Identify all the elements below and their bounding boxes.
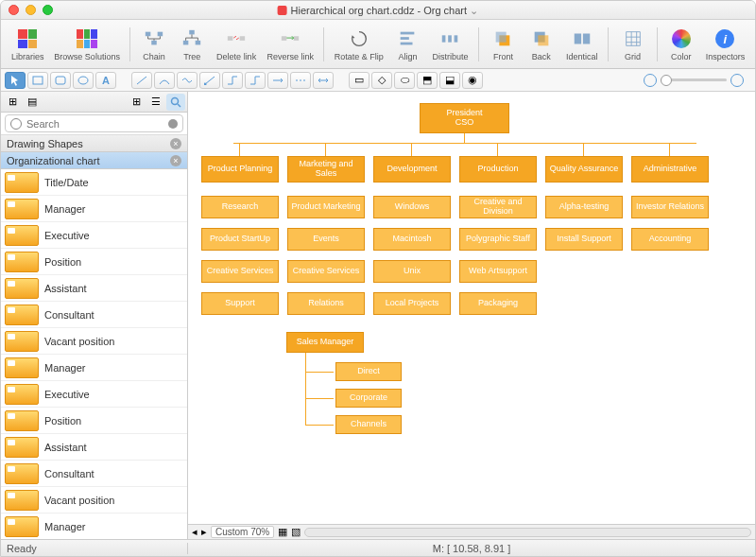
connector2-tool[interactable] bbox=[222, 72, 243, 89]
sidebar-tab-2[interactable]: ▤ bbox=[23, 94, 42, 111]
org-box[interactable]: Administrative bbox=[631, 156, 709, 183]
org-box[interactable]: Accounting bbox=[631, 228, 709, 251]
org-box[interactable]: Channels bbox=[335, 415, 402, 434]
org-box[interactable]: Unix bbox=[373, 260, 451, 283]
shape1-tool[interactable]: ▭ bbox=[349, 72, 369, 89]
shape-item[interactable]: Manager bbox=[1, 513, 187, 539]
grid-button[interactable]: Grid bbox=[614, 25, 650, 63]
scroll-mode-2[interactable]: ▧ bbox=[291, 526, 301, 538]
org-box[interactable]: PresidentCSO bbox=[420, 103, 509, 133]
shape-item[interactable]: Executive bbox=[1, 222, 187, 249]
spline-tool[interactable] bbox=[177, 72, 198, 89]
identical-button[interactable]: Identical bbox=[561, 25, 603, 63]
line-tool[interactable] bbox=[131, 72, 152, 89]
connector6-tool[interactable] bbox=[313, 72, 334, 89]
zoom-in-icon[interactable] bbox=[730, 74, 744, 87]
zoom-out-icon[interactable] bbox=[644, 74, 657, 87]
maximize-window-button[interactable] bbox=[43, 5, 53, 15]
org-box[interactable]: Production bbox=[459, 156, 537, 183]
rounded-rect-tool[interactable] bbox=[50, 72, 71, 89]
tree-button[interactable]: Tree bbox=[174, 25, 210, 63]
shape-item[interactable]: Position bbox=[1, 249, 187, 275]
org-box[interactable]: Corporate bbox=[335, 389, 402, 408]
shape-item[interactable]: Consultant bbox=[1, 302, 187, 328]
browse-solutions-button[interactable]: Browse Solutions bbox=[50, 25, 123, 63]
org-box[interactable]: Direct bbox=[335, 362, 402, 381]
shape-item[interactable]: Title/Date bbox=[1, 169, 187, 196]
shape-item[interactable]: Vacant position bbox=[1, 487, 187, 513]
libraries-button[interactable]: Libraries bbox=[7, 25, 48, 63]
connector1-tool[interactable] bbox=[199, 72, 220, 89]
shape-item[interactable]: Position bbox=[1, 408, 187, 434]
sidebar-search-tab[interactable] bbox=[166, 94, 185, 111]
scroll-mode-1[interactable]: ▦ bbox=[278, 526, 287, 538]
sidebar-view-list[interactable]: ☰ bbox=[146, 94, 165, 111]
shape5-tool[interactable]: ⬓ bbox=[439, 72, 460, 89]
arc-tool[interactable] bbox=[154, 72, 175, 89]
org-box[interactable]: Investor Relations bbox=[631, 196, 709, 218]
shape-item[interactable]: Vacant position bbox=[1, 328, 187, 355]
align-button[interactable]: Align bbox=[389, 25, 425, 63]
org-box[interactable]: Polygraphic Staff bbox=[459, 228, 537, 251]
distribute-button[interactable]: Distribute bbox=[428, 25, 473, 63]
shape2-tool[interactable]: ◇ bbox=[371, 72, 392, 89]
zoom-level[interactable]: Custom 70% bbox=[211, 526, 274, 538]
rotate-flip-button[interactable]: Rotate & Flip bbox=[330, 25, 387, 63]
org-box[interactable]: Macintosh bbox=[373, 228, 451, 251]
org-box[interactable]: Quality Assurance bbox=[545, 156, 623, 183]
scroll-left[interactable]: ◂ bbox=[192, 526, 198, 538]
org-box[interactable]: Local Projects bbox=[373, 292, 451, 315]
front-button[interactable]: Front bbox=[485, 25, 521, 63]
section-org-chart[interactable]: Organizational chart× bbox=[1, 152, 187, 169]
connector3-tool[interactable] bbox=[245, 72, 266, 89]
org-box[interactable]: Alpha-testing bbox=[545, 196, 623, 218]
close-window-button[interactable] bbox=[9, 5, 19, 15]
shape-item[interactable]: Assistant bbox=[1, 275, 187, 302]
back-button[interactable]: Back bbox=[524, 25, 559, 63]
close-section-icon[interactable]: × bbox=[170, 138, 181, 149]
scroll-right[interactable]: ▸ bbox=[201, 526, 207, 538]
org-box[interactable]: Product Planning bbox=[201, 156, 279, 183]
org-box[interactable]: Creative and Division bbox=[459, 196, 537, 218]
org-box[interactable]: Development bbox=[373, 156, 451, 183]
org-box[interactable]: Product StartUp bbox=[201, 228, 279, 251]
shape4-tool[interactable]: ⬒ bbox=[417, 72, 438, 89]
org-box[interactable]: Creative Services bbox=[201, 260, 279, 283]
org-box[interactable]: Product Marketing bbox=[287, 196, 365, 218]
org-box[interactable]: Research bbox=[201, 196, 279, 218]
pointer-tool[interactable] bbox=[5, 72, 26, 89]
sidebar-tab-1[interactable]: ⊞ bbox=[3, 94, 22, 111]
inspectors-button[interactable]: iInspectors bbox=[701, 25, 749, 63]
org-box[interactable]: Windows bbox=[373, 196, 451, 218]
shape-item[interactable]: Consultant bbox=[1, 461, 187, 487]
org-box[interactable]: Install Support bbox=[545, 228, 623, 251]
minimize-window-button[interactable] bbox=[26, 5, 36, 15]
org-box[interactable]: Events bbox=[287, 228, 365, 251]
close-section-icon[interactable]: × bbox=[170, 155, 181, 166]
org-box[interactable]: Packaging bbox=[459, 292, 537, 315]
reverse-link-button[interactable]: Reverse link bbox=[263, 25, 318, 63]
delete-link-button[interactable]: Delete link bbox=[212, 25, 261, 63]
ellipse-tool[interactable] bbox=[73, 72, 94, 89]
search-input[interactable] bbox=[5, 114, 183, 132]
shape-item[interactable]: Manager bbox=[1, 196, 187, 222]
org-box[interactable]: Marketing and Sales bbox=[287, 156, 365, 183]
horizontal-scrollbar[interactable] bbox=[304, 528, 751, 537]
org-box[interactable]: Relations bbox=[287, 292, 365, 315]
org-box[interactable]: Creative Services bbox=[287, 260, 365, 283]
connector5-tool[interactable] bbox=[290, 72, 311, 89]
org-box[interactable]: Web Artsupport bbox=[459, 260, 537, 283]
chain-button[interactable]: Chain bbox=[136, 25, 172, 63]
shape-item[interactable]: Executive bbox=[1, 381, 187, 408]
org-box[interactable]: Sales Manager bbox=[286, 332, 364, 353]
org-box[interactable]: Support bbox=[201, 292, 279, 315]
sidebar-view-grid[interactable]: ⊞ bbox=[127, 94, 146, 111]
zoom-slider[interactable] bbox=[644, 74, 744, 87]
shape6-tool[interactable]: ◉ bbox=[462, 72, 483, 89]
shape-item[interactable]: Assistant bbox=[1, 434, 187, 461]
shape3-tool[interactable]: ⬭ bbox=[394, 72, 415, 89]
canvas[interactable]: PresidentCSOProduct PlanningMarketing an… bbox=[188, 92, 755, 524]
color-button[interactable]: Color bbox=[663, 25, 699, 63]
rect-tool[interactable] bbox=[27, 72, 48, 89]
text-tool[interactable]: A bbox=[95, 72, 116, 89]
